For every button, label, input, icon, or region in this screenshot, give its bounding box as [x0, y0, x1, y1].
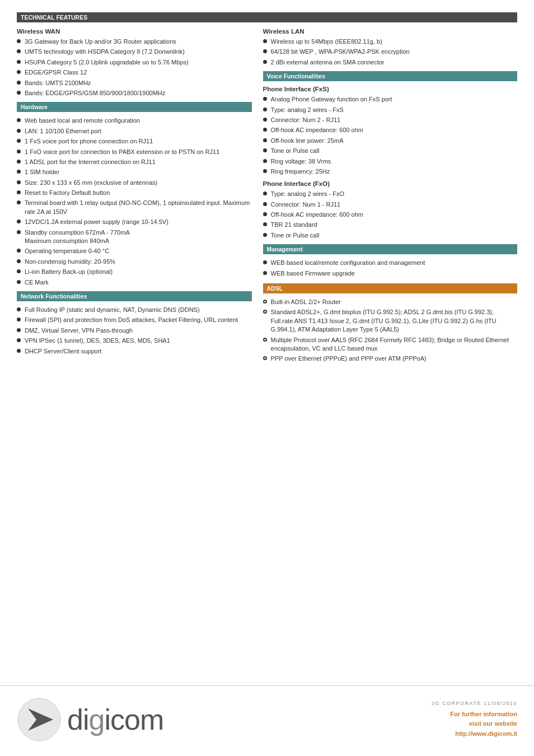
list-item: Off-hook line power: 25mA [263, 137, 517, 145]
list-item: Tone or Pulse call [263, 231, 517, 240]
list-item: Off-hook AC impedance: 600 ohm [263, 126, 517, 134]
list-item: Off-hook AC impedance: 600 ohm [263, 211, 517, 219]
network-header: Network Functionalities [17, 291, 252, 301]
hardware-header: Hardware [17, 102, 252, 112]
list-item: Li-ion Battery Back-up (optional) [17, 268, 252, 276]
list-item: Tone or Pulse call [263, 147, 517, 155]
list-item: 1 FxS voice port for phone connection on… [17, 137, 252, 146]
list-item: DMZ, Virtual Server, VPN Pass-through [17, 326, 252, 335]
list-item: Terminal board with 1 relay output (NO-N… [17, 199, 252, 216]
voice-header: Voice Functionalities [263, 71, 517, 81]
footer-right: 3G CORPORATE 11/08/2010 For further info… [432, 701, 517, 739]
list-item: 1 FxO voice port for connection to PABX … [17, 148, 252, 156]
adsl-header: ADSL [263, 283, 517, 293]
list-item: CE Mark [17, 278, 252, 287]
corp-label: 3G CORPORATE 11/08/2010 [432, 701, 517, 706]
wireless-lan-section: Wireless LAN Wireless up to 54Mbps (IEEE… [263, 28, 517, 67]
list-item: Operating temperature 0-40 °C [17, 247, 252, 255]
list-item: 12VDC/1.2A external power supply (range … [17, 218, 252, 226]
phone-fxs-title: Phone Interface (FxS) [263, 86, 517, 92]
list-item: EDGE/GPSR Class 12 [17, 68, 252, 77]
list-item: Connector: Num 2 - RJ11 [263, 116, 517, 124]
phone-fxs-list: Analog Phone Gateway function on FxS por… [263, 95, 517, 176]
list-item: Analog Phone Gateway function on FxS por… [263, 95, 517, 104]
right-column: Wireless LAN Wireless up to 54Mbps (IEEE… [263, 27, 517, 368]
list-item: Type: analog 2 wires - FxO [263, 190, 517, 198]
voice-section: Voice Functionalities Phone Interface (F… [263, 71, 517, 240]
management-section: Management WEB based local/remote config… [263, 244, 517, 278]
adsl-section: ADSL Built-in ADSL 2/2+ Router Standard … [263, 283, 517, 363]
list-item: Size: 230 x 133 x 65 mm (exclusive of an… [17, 179, 252, 187]
management-list: WEB based local/remote configuration and… [263, 259, 517, 278]
digicom-logo-icon [17, 697, 62, 742]
list-item: Firewall (SPI) and protection from DoS a… [17, 316, 252, 324]
list-item: WEB based Firmware upgrade [263, 269, 517, 278]
list-item: Web based local and remote configuration [17, 116, 252, 125]
hardware-section: Hardware Web based local and remote conf… [17, 102, 252, 287]
list-item: Full Routing IP (static and dynamic, NAT… [17, 306, 252, 314]
list-item: Standby consumption 672mA - 770mAMaximum… [17, 228, 252, 246]
network-list: Full Routing IP (static and dynamic, NAT… [17, 306, 252, 356]
list-item: Reset to Factory Default button [17, 189, 252, 197]
list-item: Bands: UMTS 2100MHz [17, 79, 252, 87]
wireless-wan-title: Wireless WAN [17, 28, 252, 35]
list-item: 64/128 bit WEP , WPA-PSK/WPA2-PSK encryp… [263, 48, 517, 56]
list-item: Ring voltage: 38 Vrms [263, 157, 517, 166]
list-item: 1 ADSL port for the Internet connection … [17, 158, 252, 166]
list-item: Type: analog 2 wires - FxS [263, 106, 517, 114]
left-column: Wireless WAN 3G Gateway for Back Up and/… [17, 27, 252, 368]
list-item: UMTS technology with HSDPA Category 8 (7… [17, 48, 252, 56]
list-item: 1 SIM holder [17, 168, 252, 176]
wireless-lan-list: Wireless up to 54Mbps (IEEE802.11g, b) 6… [263, 38, 517, 67]
footer: digicom 3G CORPORATE 11/08/2010 For furt… [0, 685, 534, 756]
management-header: Management [263, 244, 517, 254]
wireless-wan-section: Wireless WAN 3G Gateway for Back Up and/… [17, 28, 252, 97]
list-item: WEB based local/remote configuration and… [263, 259, 517, 267]
logo: digicom [17, 697, 163, 742]
main-header: TECHNICAL FEATURES [17, 12, 517, 22]
list-item: Non-condensig humidity: 20-95% [17, 258, 252, 266]
list-item: Bands: EDGE/GPRS/GSM 850/900/1800/1900MH… [17, 89, 252, 97]
network-section: Network Functionalities Full Routing IP … [17, 291, 252, 356]
logo-text: digicom [67, 705, 163, 734]
list-item: VPN IPSec (1 tunnel), DES, 3DES, AES, MD… [17, 337, 252, 345]
phone-fxo-title: Phone Interface (FxO) [263, 180, 517, 187]
phone-fxo-list: Type: analog 2 wires - FxO Connector: Nu… [263, 190, 517, 240]
hardware-list: Web based local and remote configuration… [17, 116, 252, 287]
list-item: LAN: 1 10/100 Ethernet port [17, 127, 252, 136]
list-item: Multiple Protocol over AAL5 (RFC 2684 Fo… [263, 336, 517, 353]
list-item: HSUPA Category 5 (2.0 Uplink upgradable … [17, 58, 252, 67]
list-item: Built-in ADSL 2/2+ Router [263, 298, 517, 306]
footer-info: For further information visit our websit… [432, 710, 517, 739]
list-item: DHCP Server/Client support [17, 347, 252, 356]
adsl-list: Built-in ADSL 2/2+ Router Standard ADSL2… [263, 298, 517, 363]
list-item: TBR 21 standard [263, 221, 517, 229]
list-item: Wireless up to 54Mbps (IEEE802.11g, b) [263, 38, 517, 46]
wireless-wan-list: 3G Gateway for Back Up and/or 3G Router … [17, 38, 252, 97]
list-item: 2 dBi external antenna on SMA connector [263, 58, 517, 67]
list-item: Connector: Num 1 - RJ11 [263, 200, 517, 209]
list-item: Standard ADSL2+, G.dmt bisplus (ITU G.99… [263, 308, 517, 334]
list-item: Ring frequency: 25Hz [263, 167, 517, 176]
page-title: TECHNICAL FEATURES [21, 14, 87, 21]
list-item: 3G Gateway for Back Up and/or 3G Router … [17, 38, 252, 46]
wireless-lan-title: Wireless LAN [263, 28, 517, 35]
list-item: PPP over Ethernet (PPPoE) and PPP over A… [263, 354, 517, 363]
page: TECHNICAL FEATURES Wireless WAN 3G Gatew… [0, 0, 534, 756]
